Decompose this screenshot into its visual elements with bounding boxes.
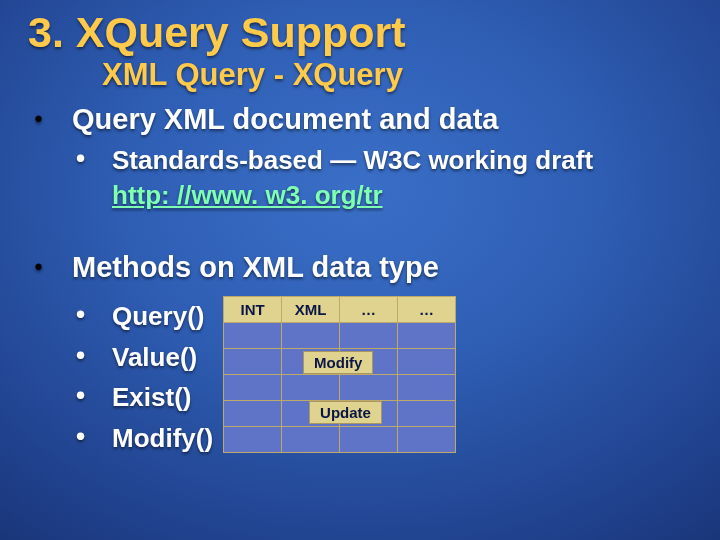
sub-bullet-text: Exist(): [112, 382, 191, 412]
col-header: XML: [282, 297, 340, 323]
table-row: [224, 427, 456, 453]
sub-bullet-text: Value(): [112, 342, 197, 372]
xml-table-diagram: INT XML … … Modify Update: [223, 296, 456, 453]
w3c-link[interactable]: http: //www. w3. org/tr: [112, 179, 383, 212]
col-header: …: [398, 297, 456, 323]
bullet-item: Query XML document and data: [28, 103, 692, 136]
bullet-text: Methods on XML data type: [72, 251, 439, 283]
spacer: [28, 219, 692, 251]
slide-title: 3. XQuery Support: [28, 10, 692, 55]
sub-bullet-item: Standards-based — W3C working draft http…: [28, 144, 692, 211]
slide-subtitle: XML Query - XQuery: [102, 57, 692, 93]
sub-bullet-item: Query(): [28, 300, 213, 333]
table-row: [224, 375, 456, 401]
sub-bullet-item: Value(): [28, 341, 213, 374]
schema-table: INT XML … …: [223, 296, 456, 453]
table-row: [224, 323, 456, 349]
sub-bullet-text: Modify(): [112, 423, 213, 453]
sub-bullet-item: Modify(): [28, 422, 213, 455]
bullet-text: Query XML document and data: [72, 103, 498, 135]
col-header: …: [340, 297, 398, 323]
col-header: INT: [224, 297, 282, 323]
sub-bullet-item: Exist(): [28, 381, 213, 414]
sub-bullet-text: Standards-based — W3C working draft: [112, 145, 593, 175]
update-label: Update: [309, 401, 382, 424]
sub-bullet-text: Query(): [112, 301, 204, 331]
bullet-list: Query XML document and data Standards-ba…: [28, 103, 692, 462]
modify-label: Modify: [303, 351, 373, 374]
bullet-item: Methods on XML data type: [28, 251, 692, 284]
